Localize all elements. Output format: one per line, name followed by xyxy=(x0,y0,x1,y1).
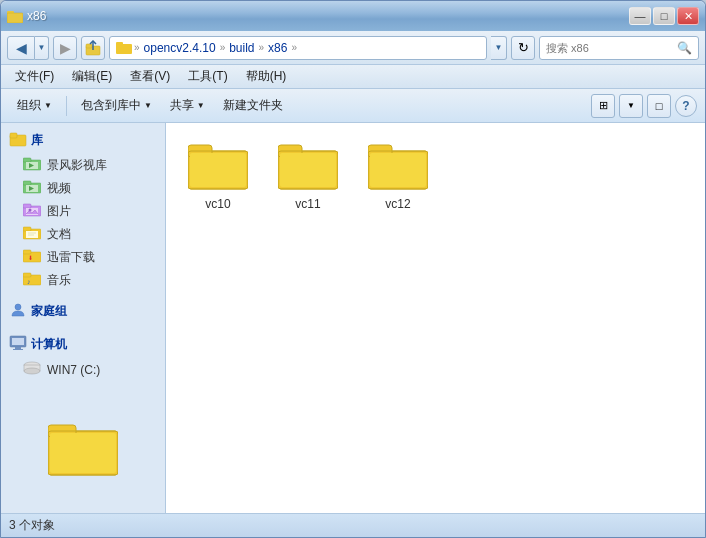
address-bar: ◀ ▼ ▶ » opencv2.4.10 » build » x86 » xyxy=(1,31,705,65)
svg-point-32 xyxy=(15,304,21,310)
search-input[interactable] xyxy=(546,42,673,54)
share-button[interactable]: 共享 ▼ xyxy=(162,93,213,119)
path-sep4: » xyxy=(291,42,297,53)
svg-rect-10 xyxy=(23,158,31,162)
svg-rect-14 xyxy=(23,181,31,185)
menu-help[interactable]: 帮助(H) xyxy=(238,66,295,87)
files-grid: vc10 vc11 xyxy=(178,135,693,217)
file-view: vc10 vc11 xyxy=(166,123,705,513)
music-icon: ♪ xyxy=(23,272,41,289)
path-sep3: » xyxy=(259,42,265,53)
include-library-button[interactable]: 包含到库中 ▼ xyxy=(73,93,160,119)
content-area: 库 景风影视库 xyxy=(1,123,705,513)
new-folder-button[interactable]: 新建文件夹 xyxy=(215,93,291,119)
forward-button[interactable]: ▶ xyxy=(53,36,77,60)
sidebar-item-video[interactable]: 视频 xyxy=(1,177,165,200)
video-icon xyxy=(23,180,41,197)
drive-icon xyxy=(23,361,41,378)
sidebar-section-library[interactable]: 库 xyxy=(1,127,165,154)
documents-icon xyxy=(23,226,41,243)
svg-point-39 xyxy=(24,368,40,374)
file-item-vc11[interactable]: vc11 xyxy=(268,135,348,217)
folder-icon-vc12 xyxy=(368,141,428,193)
computer-icon xyxy=(9,335,27,354)
file-item-vc10[interactable]: vc10 xyxy=(178,135,258,217)
sidebar-item-music[interactable]: ♪ 音乐 xyxy=(1,269,165,292)
back-dropdown[interactable]: ▼ xyxy=(35,36,49,60)
path-x86[interactable]: x86 xyxy=(266,41,289,55)
title-controls: — □ ✕ xyxy=(629,7,699,25)
maximize-button[interactable]: □ xyxy=(653,7,675,25)
svg-rect-50 xyxy=(280,153,336,187)
svg-rect-35 xyxy=(15,347,21,349)
nav-back-group: ◀ ▼ xyxy=(7,36,49,60)
sidebar-item-pictures[interactable]: 图片 xyxy=(1,200,165,223)
search-icon[interactable]: 🔍 xyxy=(677,41,692,55)
preview-area xyxy=(1,411,165,487)
view-icon-button-1[interactable]: ⊞ xyxy=(591,94,615,118)
path-dropdown[interactable]: ▼ xyxy=(491,36,507,60)
file-label-vc12: vc12 xyxy=(385,197,410,211)
svg-rect-36 xyxy=(13,349,23,350)
svg-rect-42 xyxy=(50,433,116,473)
file-label-vc11: vc11 xyxy=(295,197,320,211)
status-count: 3 个对象 xyxy=(9,517,55,534)
search-box: 🔍 xyxy=(539,36,699,60)
svg-rect-23 xyxy=(26,231,38,238)
main-window: x86 — □ ✕ ◀ ▼ ▶ » open xyxy=(0,0,706,538)
refresh-button[interactable]: ↻ xyxy=(511,36,535,60)
path-sep2: » xyxy=(220,42,226,53)
svg-rect-6 xyxy=(116,42,123,46)
close-button[interactable]: ✕ xyxy=(677,7,699,25)
path-build[interactable]: build xyxy=(227,41,256,55)
lib-icon xyxy=(9,131,27,150)
pictures-icon xyxy=(23,203,41,220)
title-bar-left: x86 xyxy=(7,8,46,24)
svg-rect-27 xyxy=(23,250,31,254)
toolbar-separator-1 xyxy=(66,96,67,116)
toolbar: 组织 ▼ 包含到库中 ▼ 共享 ▼ 新建文件夹 ⊞ ▼ □ ? xyxy=(1,89,705,123)
address-path[interactable]: » opencv2.4.10 » build » x86 » xyxy=(109,36,487,60)
svg-rect-34 xyxy=(12,338,24,345)
preview-folder-icon xyxy=(48,419,118,479)
sidebar-item-documents[interactable]: 文档 xyxy=(1,223,165,246)
jingfeng-icon xyxy=(23,157,41,174)
homegroup-icon xyxy=(9,302,27,321)
svg-rect-18 xyxy=(23,204,31,208)
path-opencv[interactable]: opencv2.4.10 xyxy=(142,41,218,55)
sidebar-item-drive-c[interactable]: WIN7 (C:) xyxy=(1,358,165,381)
menu-file[interactable]: 文件(F) xyxy=(7,66,62,87)
menu-tools[interactable]: 工具(T) xyxy=(180,66,235,87)
folder-icon-vc11 xyxy=(278,141,338,193)
window-icon xyxy=(7,8,23,24)
menu-bar: 文件(F) 编辑(E) 查看(V) 工具(T) 帮助(H) xyxy=(1,65,705,89)
menu-edit[interactable]: 编辑(E) xyxy=(64,66,120,87)
up-button[interactable] xyxy=(81,36,105,60)
svg-text:⬇: ⬇ xyxy=(28,255,33,261)
sidebar-section-computer[interactable]: 计算机 xyxy=(1,331,165,358)
view-dropdown-button[interactable]: ▼ xyxy=(619,94,643,118)
title-bar: x86 — □ ✕ xyxy=(1,1,705,31)
svg-rect-30 xyxy=(23,273,31,277)
toolbar-right: ⊞ ▼ □ ? xyxy=(591,94,697,118)
sidebar-item-download[interactable]: ⬇ 迅雷下载 xyxy=(1,246,165,269)
file-item-vc12[interactable]: vc12 xyxy=(358,135,438,217)
download-icon: ⬇ xyxy=(23,249,41,266)
svg-rect-46 xyxy=(190,153,246,187)
folder-icon-vc10 xyxy=(188,141,248,193)
sidebar-item-jingfeng[interactable]: 景风影视库 xyxy=(1,154,165,177)
svg-rect-22 xyxy=(23,227,31,231)
help-button[interactable]: ? xyxy=(675,95,697,117)
path-sep1: » xyxy=(134,42,140,53)
sidebar-section-homegroup[interactable]: 家庭组 xyxy=(1,298,165,325)
organize-button[interactable]: 组织 ▼ xyxy=(9,93,60,119)
svg-rect-4 xyxy=(86,44,92,48)
status-bar: 3 个对象 xyxy=(1,513,705,537)
minimize-button[interactable]: — xyxy=(629,7,651,25)
svg-rect-54 xyxy=(370,153,426,187)
back-button[interactable]: ◀ xyxy=(7,36,35,60)
svg-text:♪: ♪ xyxy=(27,278,31,285)
view-icon-button-2[interactable]: □ xyxy=(647,94,671,118)
menu-view[interactable]: 查看(V) xyxy=(122,66,178,87)
window-title: x86 xyxy=(27,9,46,23)
